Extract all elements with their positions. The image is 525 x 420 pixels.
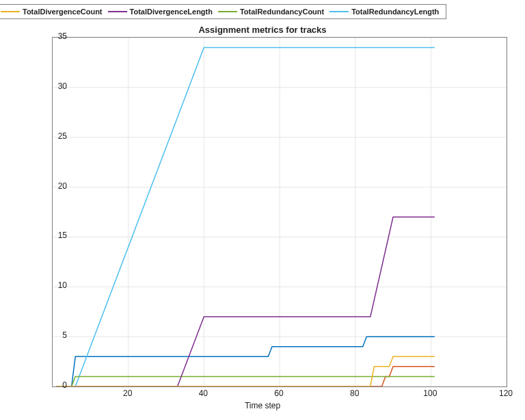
x-tick-label: 120	[496, 389, 516, 398]
legend-swatch	[1, 11, 20, 12]
y-tick-label: 20	[40, 181, 67, 191]
y-tick-label: 10	[40, 280, 67, 290]
y-tick-label: 25	[40, 131, 67, 141]
legend-label: TotalRedundancyLength	[351, 8, 439, 16]
x-axis-label: Time step	[0, 401, 525, 410]
legend-item: TotalRedundancyLength	[329, 8, 439, 16]
series-line	[57, 337, 435, 386]
x-tick-label: 60	[269, 389, 289, 398]
x-tick-label: 20	[118, 389, 138, 398]
legend-item: TotalDivergenceLength	[108, 8, 213, 16]
y-tick-label: 5	[40, 330, 67, 340]
legend-item: TotalDivergenceCount	[1, 8, 103, 16]
lines	[57, 48, 435, 386]
series-line	[57, 356, 435, 386]
chart-legend: TotalDivergenceCount TotalDivergenceLeng…	[0, 4, 446, 19]
legend-swatch	[329, 11, 349, 12]
legend-item: TotalRedundancyCount	[218, 8, 324, 16]
y-tick-label: 35	[40, 31, 67, 41]
series-line	[57, 48, 435, 386]
x-tick-label: 100	[420, 389, 440, 398]
legend-swatch	[218, 11, 237, 12]
plot-area	[52, 37, 507, 387]
series-line	[57, 376, 435, 386]
y-tick-label: 0	[40, 380, 67, 390]
grid	[53, 38, 507, 386]
legend-label: TotalDivergenceCount	[23, 8, 103, 16]
chart-svg	[53, 38, 507, 386]
legend-label: TotalDivergenceLength	[130, 8, 213, 16]
chart-title: Assignment metrics for tracks	[0, 25, 525, 35]
legend-swatch	[108, 11, 127, 12]
y-tick-label: 15	[40, 231, 67, 240]
x-tick-label: 40	[193, 389, 213, 398]
y-tick-label: 30	[40, 81, 67, 91]
legend-label: TotalRedundancyCount	[240, 8, 324, 16]
series-line	[57, 217, 435, 386]
x-tick-label: 80	[345, 389, 365, 398]
